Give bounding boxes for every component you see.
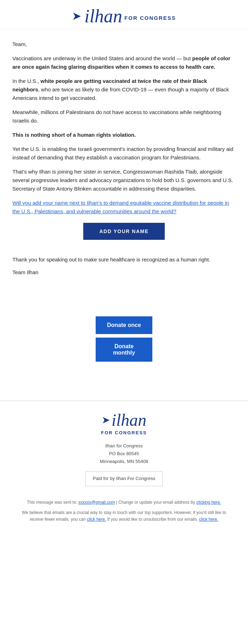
para3: Meanwhile, millions of Palestinians do n… — [12, 108, 236, 125]
donate-section: Donate once Donate monthly — [0, 288, 248, 401]
unsubscribe-link[interactable]: click here. — [199, 517, 218, 522]
add-name-button[interactable]: ADD YOUR NAME — [83, 223, 165, 240]
closing-text2: Team Ilhan — [12, 268, 236, 277]
paid-for-text: Paid for by Ilhan For Congress — [93, 476, 155, 481]
logo-ilhan: ilhan — [84, 7, 122, 26]
email-address-link[interactable]: xxxxxx@gmail.com — [78, 500, 115, 505]
para1: Vaccinations are underway in the United … — [12, 54, 236, 71]
closing-text1: Thank you for speaking out to make sure … — [12, 255, 236, 264]
email-wrapper: ➤ ilhan FOR CONGRESS Team, Vaccinations … — [0, 0, 248, 530]
para6: That's why Ilhan is joining her sister i… — [12, 168, 236, 193]
closing-section: Thank you for speaking out to make sure … — [0, 255, 248, 288]
para4: This is nothing short of a human rights … — [12, 131, 236, 139]
footer-po-box: PO Box 80545 — [21, 450, 227, 458]
donate-once-button[interactable]: Donate once — [96, 316, 152, 334]
clicking-here-link[interactable]: clicking here. — [196, 500, 221, 505]
main-content: Team, Vaccinations are underway in the U… — [0, 29, 248, 255]
footer-arrow-icon: ➤ — [102, 412, 110, 428]
footer-org-name: Ilhan for Congress — [21, 442, 227, 450]
footer-logo-for-congress: FOR CONGRESS — [21, 429, 227, 436]
footer: ➤ ilhan FOR CONGRESS Ilhan for Congress … — [0, 401, 248, 530]
email-header: ➤ ilhan FOR CONGRESS — [0, 0, 248, 29]
footer-unsubscribe: We believe that emails are a crucial way… — [21, 509, 227, 523]
footer-city-state: Minneapolis, MN 55408 — [21, 458, 227, 465]
footer-legal: This message was sent to: xxxxxx@gmail.c… — [21, 499, 227, 506]
cta-link[interactable]: Will you add your name next to Ilhan's t… — [12, 199, 236, 216]
footer-logo-ilhan: ilhan — [112, 412, 147, 429]
fewer-emails-link[interactable]: click here. — [87, 517, 106, 522]
logo-for-congress: FOR CONGRESS — [124, 14, 176, 22]
donate-monthly-button[interactable]: Donate monthly — [96, 338, 152, 362]
logo-container: ➤ ilhan FOR CONGRESS — [72, 7, 176, 26]
footer-address: Ilhan for Congress PO Box 80545 Minneapo… — [21, 442, 227, 465]
paid-for-box: Paid for by Ilhan For Congress — [85, 471, 163, 486]
greeting: Team, — [12, 40, 236, 49]
para5: Yet the U.S. is enabling the Israeli gov… — [12, 145, 236, 162]
para2: In the U.S., white people are getting va… — [12, 77, 236, 102]
logo-arrow-icon: ➤ — [72, 7, 81, 25]
sent-to-text: This message was sent to: — [27, 500, 78, 505]
footer-logo: ➤ ilhan FOR CONGRESS — [21, 412, 227, 436]
